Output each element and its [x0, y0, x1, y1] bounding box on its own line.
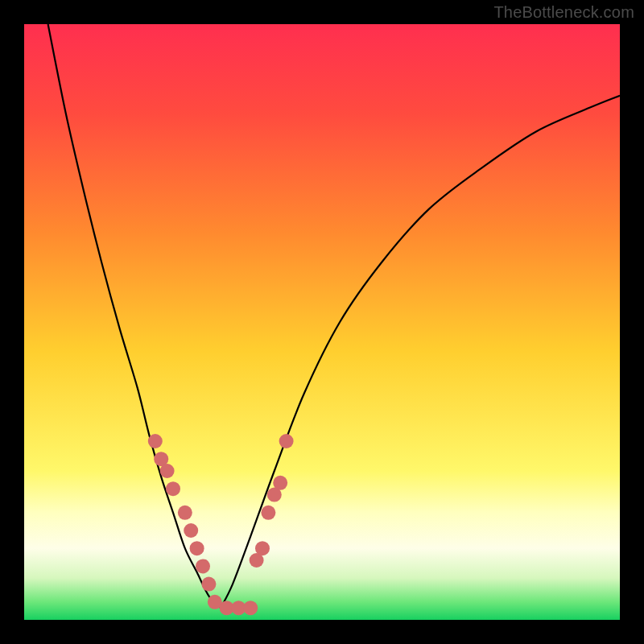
- watermark-text: TheBottleneck.com: [493, 3, 634, 22]
- scatter-dot: [201, 577, 216, 592]
- scatter-dot: [166, 481, 180, 496]
- plot-svg: [24, 24, 620, 620]
- plot-area: [24, 24, 620, 620]
- frame-border-bottom: [0, 620, 644, 644]
- chart-frame: TheBottleneck.com: [0, 0, 644, 644]
- scatter-dot: [261, 506, 275, 520]
- scatter-dot: [160, 464, 175, 478]
- scatter-dot: [279, 434, 294, 448]
- scatter-dot: [255, 541, 270, 555]
- scatter-dot: [148, 434, 163, 448]
- scatter-dot: [196, 559, 210, 573]
- frame-border-left: [0, 0, 24, 644]
- scatter-dot: [243, 601, 258, 615]
- scatter-dot: [178, 506, 192, 520]
- gradient-bg: [24, 24, 620, 620]
- scatter-dot: [184, 523, 198, 538]
- frame-border-right: [620, 0, 644, 644]
- scatter-dot: [190, 541, 204, 555]
- scatter-dot: [273, 476, 287, 490]
